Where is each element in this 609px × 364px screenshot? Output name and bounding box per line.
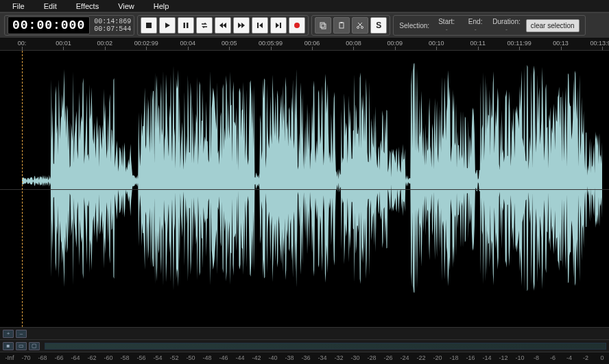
ruler-label: 00:11:99 (508, 40, 532, 47)
skip-back-button[interactable] (252, 17, 268, 34)
menu-help[interactable]: Help (144, 1, 179, 12)
loop-button[interactable] (196, 17, 213, 34)
db-label: -32 (334, 354, 343, 361)
play-button[interactable] (159, 17, 176, 34)
svg-rect-8 (257, 23, 259, 28)
db-label: -6 (550, 354, 556, 361)
db-label: -50 (186, 354, 195, 361)
svg-rect-16 (341, 22, 343, 23)
svg-marker-9 (259, 23, 263, 28)
copy-button[interactable] (315, 17, 331, 34)
level-strip: ■ ▭ ▢ (0, 339, 609, 352)
ruler-label: 00:01 (56, 40, 71, 47)
stop-icon (145, 21, 153, 29)
selection-duration-value: - (505, 26, 508, 34)
db-label: -18 (449, 354, 458, 361)
menu-edit[interactable]: Edit (34, 1, 67, 12)
db-label: -54 (153, 354, 162, 361)
db-label: -Inf (5, 354, 14, 361)
db-label: -22 (416, 354, 425, 361)
db-label: 0 (600, 354, 604, 361)
fast-forward-button[interactable] (233, 17, 250, 34)
cursor-time-display: 00:00:000 (8, 16, 90, 34)
toolbar: 00:00:000 00:14:869 00:07:544 (0, 12, 609, 38)
selection-start-value: - (446, 26, 448, 34)
skip-back-icon (256, 21, 264, 29)
db-label: -40 (268, 354, 277, 361)
db-label: -14 (482, 354, 491, 361)
total-time: 00:14:869 (94, 18, 131, 25)
waveform-area[interactable] (0, 51, 609, 327)
record-button[interactable] (289, 17, 305, 34)
level-btn-1[interactable]: ■ (3, 342, 14, 350)
zoom-out-button[interactable]: – (16, 330, 27, 338)
svg-point-12 (294, 23, 300, 28)
cut-button[interactable] (352, 17, 368, 34)
db-label: -60 (104, 354, 112, 361)
copy-icon (319, 21, 327, 29)
fast-forward-icon (237, 21, 246, 29)
skip-forward-icon (274, 21, 283, 29)
db-label: -4 (566, 354, 572, 361)
db-label: -44 (235, 354, 244, 361)
selection-start-label: Start: (438, 18, 455, 26)
level-meter (45, 343, 606, 350)
svg-marker-7 (241, 23, 245, 28)
db-label: -70 (21, 354, 30, 361)
db-label: -62 (87, 354, 96, 361)
ruler-label: 00: (18, 40, 27, 47)
skip-forward-button[interactable] (270, 17, 287, 34)
playhead[interactable] (22, 51, 23, 327)
db-label: -48 (202, 354, 211, 361)
menu-view[interactable]: View (108, 1, 144, 12)
ruler-label: 00:08 (346, 40, 361, 47)
ruler-label: 00:05:99 (259, 40, 283, 47)
record-icon (293, 21, 301, 29)
zero-line (0, 189, 609, 190)
ruler-label: 00:04 (180, 40, 195, 47)
db-label: -26 (383, 354, 392, 361)
ruler-label: 00:02 (97, 40, 113, 47)
paste-icon (337, 21, 346, 29)
time-ruler[interactable]: 00:00:0100:0200:02:9900:0400:0500:05:990… (0, 38, 609, 51)
snap-button[interactable]: S (370, 17, 387, 34)
loop-icon (200, 21, 208, 29)
edit-group: S (311, 15, 390, 36)
level-btn-2[interactable]: ▭ (16, 342, 27, 350)
paste-button[interactable] (333, 17, 350, 34)
db-label: -20 (433, 354, 442, 361)
zoom-in-button[interactable]: + (3, 330, 14, 338)
db-label: -30 (350, 354, 359, 361)
svg-marker-6 (238, 23, 241, 28)
db-label: -10 (515, 354, 524, 361)
rewind-button[interactable] (215, 17, 231, 34)
db-label: -24 (400, 354, 409, 361)
svg-marker-4 (219, 23, 223, 28)
db-label: -58 (120, 354, 129, 361)
selected-time: 00:07:544 (94, 25, 131, 33)
selection-end-value: - (475, 26, 477, 34)
svg-rect-2 (184, 23, 186, 28)
ruler-label: 00:13:99 (590, 40, 609, 47)
time-panel: 00:00:000 00:14:869 00:07:544 (4, 15, 134, 36)
ruler-label: 00:13 (553, 40, 569, 47)
rewind-icon (219, 21, 227, 29)
level-btn-3[interactable]: ▢ (29, 342, 40, 350)
pause-button[interactable] (178, 17, 194, 34)
pause-icon (182, 21, 190, 29)
db-label: -16 (466, 354, 475, 361)
ruler-label: 00:09 (387, 40, 403, 47)
menu-file[interactable]: File (3, 1, 34, 12)
time-mini: 00:14:869 00:07:544 (94, 18, 131, 33)
stop-button[interactable] (141, 17, 157, 34)
ruler-label: 00:02:99 (134, 40, 158, 47)
clear-selection-button[interactable]: clear selection (526, 19, 580, 32)
ruler-label: 00:05 (222, 40, 237, 47)
ruler-label: 00:11 (470, 40, 486, 47)
menu-effects[interactable]: Effects (67, 1, 108, 12)
svg-rect-0 (146, 23, 152, 28)
db-label: -66 (54, 354, 63, 361)
selection-duration-label: Duration: (492, 18, 521, 26)
db-label: -68 (38, 354, 47, 361)
db-label: -36 (301, 354, 310, 361)
